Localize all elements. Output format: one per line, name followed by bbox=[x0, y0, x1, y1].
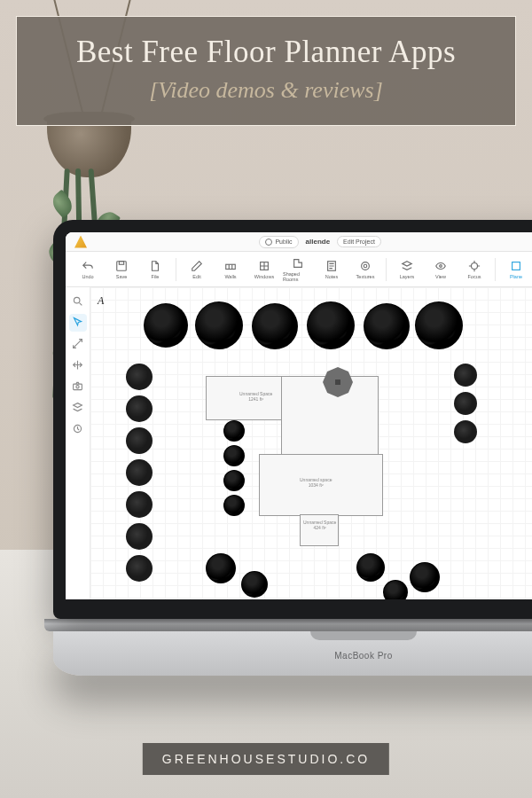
shaped-icon bbox=[292, 257, 304, 270]
visibility-label: Public bbox=[275, 239, 292, 245]
floorplan-room[interactable] bbox=[206, 376, 286, 420]
svg-point-7 bbox=[440, 264, 442, 267]
shrub[interactable] bbox=[126, 395, 153, 422]
shrub[interactable] bbox=[454, 420, 477, 443]
tree[interactable] bbox=[195, 301, 243, 349]
tree[interactable] bbox=[223, 445, 245, 466]
footer-badge: GREENHOUSESTUDIO.CO bbox=[143, 743, 389, 775]
save-button[interactable]: Save bbox=[106, 254, 137, 285]
textures-icon bbox=[359, 260, 372, 272]
shrub[interactable] bbox=[126, 364, 153, 390]
svg-rect-4 bbox=[328, 261, 336, 270]
svg-rect-3 bbox=[261, 262, 269, 270]
shrub[interactable] bbox=[454, 364, 477, 387]
tree[interactable] bbox=[383, 580, 408, 599]
svg-point-8 bbox=[472, 262, 478, 269]
visibility-toggle[interactable]: Public bbox=[259, 236, 298, 248]
side-toolbar bbox=[66, 287, 90, 599]
shrub[interactable] bbox=[328, 417, 340, 429]
room-label: Unnamed Space424 ft² bbox=[303, 520, 336, 530]
tree[interactable] bbox=[241, 571, 268, 598]
toolbar-ribbon: UndoSaveFileEditWallsWindowsShaped Rooms… bbox=[66, 252, 532, 287]
shrub[interactable] bbox=[360, 417, 372, 429]
windows-button[interactable]: Windows bbox=[249, 254, 279, 285]
windows-icon bbox=[258, 260, 270, 272]
banner-title: Best Free Floor Planner Apps bbox=[36, 35, 496, 70]
app-logo-icon bbox=[74, 236, 87, 248]
floorplanner-app: Public allende Edit Project English ▾ ⓘ … bbox=[66, 232, 532, 599]
tree[interactable] bbox=[410, 562, 440, 592]
search-tool[interactable] bbox=[69, 293, 87, 310]
edit-project-button[interactable]: Edit Project bbox=[337, 236, 381, 247]
laptop-hinge bbox=[44, 619, 532, 631]
tree[interactable] bbox=[223, 495, 245, 516]
laptop-brand: MacBook Pro bbox=[334, 651, 393, 661]
tree[interactable] bbox=[307, 301, 355, 349]
undo-icon bbox=[82, 260, 94, 272]
camera-tool[interactable] bbox=[69, 378, 87, 395]
laptop: Public allende Edit Project English ▾ ⓘ … bbox=[53, 220, 532, 676]
shrub[interactable] bbox=[454, 392, 477, 415]
shrub[interactable] bbox=[126, 491, 153, 518]
view-button[interactable]: View bbox=[426, 254, 456, 285]
shrub[interactable] bbox=[126, 459, 153, 486]
banner-subtitle: [Video demos & reviews] bbox=[36, 77, 496, 104]
tree[interactable] bbox=[252, 303, 298, 349]
edit-button[interactable]: Edit bbox=[182, 254, 212, 285]
shaped-rooms-button[interactable]: Shaped Rooms bbox=[283, 254, 313, 285]
select-tool[interactable] bbox=[69, 314, 87, 332]
globe-icon bbox=[265, 239, 272, 246]
svg-rect-9 bbox=[512, 262, 520, 270]
shrub[interactable] bbox=[126, 555, 153, 582]
floorplan-room[interactable] bbox=[281, 376, 379, 456]
pan-icon bbox=[72, 359, 83, 372]
svg-rect-1 bbox=[119, 261, 123, 264]
focus-icon bbox=[468, 260, 481, 272]
textures-button[interactable]: Textures bbox=[350, 254, 380, 285]
gazebo[interactable] bbox=[323, 367, 353, 397]
file-button[interactable]: File bbox=[140, 254, 170, 285]
tree[interactable] bbox=[223, 420, 245, 442]
select-icon bbox=[72, 317, 83, 330]
file-icon bbox=[149, 260, 161, 272]
undo-button[interactable]: Undo bbox=[73, 254, 103, 285]
layers-button[interactable]: Layers bbox=[392, 254, 422, 285]
plane-button[interactable]: Plane bbox=[501, 254, 531, 285]
app-menubar: Public allende Edit Project English ▾ ⓘ … bbox=[66, 232, 532, 252]
floorplan-canvas[interactable]: A bbox=[90, 287, 532, 599]
plane-icon bbox=[510, 260, 522, 272]
shrub[interactable] bbox=[312, 417, 325, 429]
history-tool[interactable] bbox=[69, 420, 87, 438]
tree[interactable] bbox=[223, 470, 245, 491]
pan-tool[interactable] bbox=[69, 356, 87, 374]
tree[interactable] bbox=[206, 553, 236, 583]
tree[interactable] bbox=[144, 303, 188, 348]
shrub[interactable] bbox=[126, 523, 153, 550]
svg-point-6 bbox=[364, 264, 367, 268]
scale-tool[interactable] bbox=[69, 335, 87, 353]
tree[interactable] bbox=[415, 301, 463, 349]
walls-button[interactable]: Walls bbox=[215, 254, 246, 285]
svg-point-5 bbox=[362, 262, 370, 270]
tree[interactable] bbox=[364, 303, 410, 349]
shrub[interactable] bbox=[344, 417, 356, 429]
svg-point-14 bbox=[74, 425, 81, 432]
svg-point-13 bbox=[76, 385, 79, 387]
tree[interactable] bbox=[356, 553, 385, 582]
layers-tool[interactable] bbox=[69, 399, 87, 417]
laptop-base: MacBook Pro bbox=[53, 631, 532, 676]
focus-button[interactable]: Focus bbox=[459, 254, 489, 285]
svg-rect-2 bbox=[226, 264, 236, 269]
notes-button[interactable]: Notes bbox=[317, 254, 347, 285]
camera-icon bbox=[72, 380, 83, 394]
room-label: Unnamed Space1241 ft² bbox=[239, 392, 272, 402]
layers-icon bbox=[72, 402, 83, 415]
history-icon bbox=[72, 423, 83, 436]
scale-icon bbox=[72, 338, 83, 351]
laptop-screen: Public allende Edit Project English ▾ ⓘ … bbox=[53, 220, 532, 619]
notes-icon bbox=[325, 260, 338, 272]
project-name[interactable]: allende bbox=[306, 238, 331, 246]
svg-rect-12 bbox=[74, 384, 82, 390]
view-icon bbox=[434, 260, 447, 272]
shrub[interactable] bbox=[126, 427, 153, 454]
